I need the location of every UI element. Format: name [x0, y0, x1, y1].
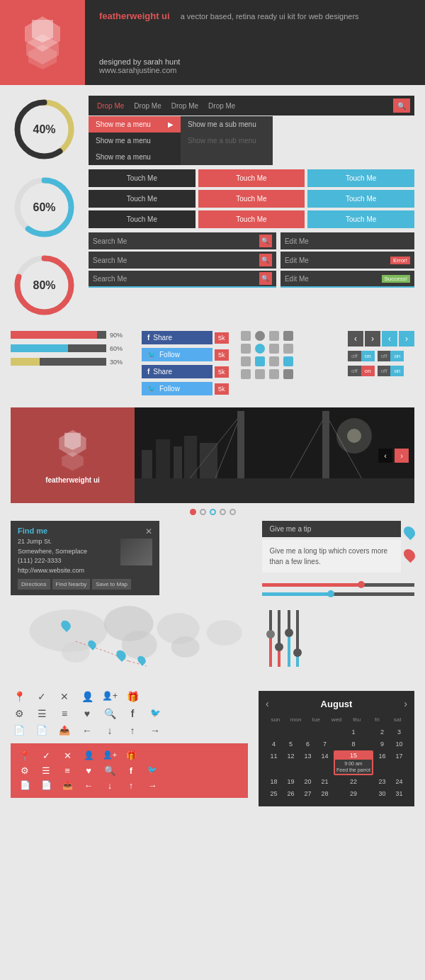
cal-day-24[interactable]: 24	[391, 776, 407, 787]
toggle-1[interactable]: off on	[378, 351, 404, 361]
cal-day-4[interactable]: 4	[266, 738, 282, 750]
nav-item-3[interactable]: Drop Me	[204, 101, 239, 111]
nav-search-btn[interactable]: 🔍	[393, 98, 410, 113]
arrow-left-icon: ←	[79, 725, 96, 736]
toggle-3[interactable]: off on	[378, 366, 404, 376]
fb-share-btn-1[interactable]: fShare	[142, 365, 212, 378]
slider-next-btn[interactable]: ›	[395, 449, 409, 463]
btn-blue-0[interactable]: Touch Me	[307, 169, 414, 187]
vertical-sliders	[262, 607, 414, 667]
cal-next-btn[interactable]: ›	[404, 698, 407, 709]
dropdown-item-0[interactable]: Show me a menu▶	[89, 116, 181, 133]
cal-day-9[interactable]: 9	[374, 738, 390, 750]
cal-day-14[interactable]: 14	[317, 750, 333, 775]
toggle-0[interactable]: off on	[348, 351, 375, 361]
cal-day-19[interactable]: 19	[283, 776, 299, 787]
slider-title: featherweight ui	[45, 476, 100, 484]
progress-row-2: 30%	[11, 358, 138, 366]
search-btn-1[interactable]: 🔍	[259, 254, 272, 266]
map-nearby-btn[interactable]: Find Nearby	[52, 579, 91, 590]
nav-item-2[interactable]: Drop Me	[167, 101, 203, 111]
search-input-text-1: Search Me	[93, 257, 256, 264]
cal-day-21[interactable]: 21	[317, 776, 333, 787]
cal-day-22[interactable]: 22	[334, 776, 373, 787]
gear-icon: ⚙	[11, 708, 28, 719]
nav-item-1[interactable]: Drop Me	[130, 101, 165, 111]
search-icon: 🔍	[101, 708, 118, 719]
map-close-btn[interactable]: ✕	[145, 526, 152, 536]
cal-day-31[interactable]: 31	[391, 788, 407, 799]
dot-1[interactable]	[200, 509, 206, 515]
cal-day-29[interactable]: 29	[334, 788, 373, 799]
twitter-icon: 🐦	[147, 708, 164, 719]
cal-day-6[interactable]: 6	[300, 738, 316, 750]
dot-0[interactable]	[190, 509, 196, 515]
icon-dark-list: ☰	[38, 765, 55, 776]
cal-day-26[interactable]: 26	[283, 788, 299, 799]
cal-day-2[interactable]: 2	[374, 726, 390, 738]
dropdown-item-2[interactable]: Show me a menu	[89, 149, 181, 165]
nav-item-0[interactable]: Drop Me	[93, 101, 128, 111]
cal-day-16[interactable]: 16	[374, 750, 390, 775]
icon-dark-doc2: 📤	[59, 780, 76, 791]
cal-day-18[interactable]: 18	[266, 776, 282, 787]
tw-follow-btn-0[interactable]: 🐦Follow	[142, 348, 212, 361]
chart-60-label: 60%	[33, 201, 55, 214]
search-btn-0[interactable]: 🔍	[259, 235, 272, 247]
cal-day-7[interactable]: 7	[317, 738, 333, 750]
cal-day-20[interactable]: 20	[300, 776, 316, 787]
btn-blue-1[interactable]: Touch Me	[307, 190, 414, 208]
chart-40-label: 40%	[33, 123, 55, 136]
cal-day-8[interactable]: 8	[334, 738, 373, 750]
progress-row-1: 60%	[11, 344, 138, 352]
icon-dark-heart: ♥	[80, 765, 97, 776]
btn-dark-0[interactable]: Touch Me	[89, 169, 196, 187]
header-designer: designed by sarah hunt	[99, 57, 359, 66]
search-input-text-0: Search Me	[93, 237, 256, 245]
sub-item-0[interactable]: Show me a sub menu	[181, 116, 273, 133]
doc-icon-1: 📄	[33, 725, 50, 736]
cal-day-13[interactable]: 13	[300, 750, 316, 775]
cal-day-1[interactable]: 1	[334, 726, 373, 738]
icon-cell-14	[269, 369, 279, 379]
cal-day-10[interactable]: 10	[391, 738, 407, 750]
dropdown-item-1[interactable]: Show me a menu	[89, 133, 181, 149]
map-directions-btn[interactable]: Directions	[18, 579, 50, 590]
map-save-btn[interactable]: Save to Map	[92, 579, 131, 590]
btn-dark-1[interactable]: Touch Me	[89, 190, 196, 208]
cal-day-23[interactable]: 23	[374, 776, 390, 787]
btn-blue-2[interactable]: Touch Me	[307, 210, 414, 228]
dot-2[interactable]	[210, 509, 216, 515]
cal-day-30[interactable]: 30	[374, 788, 390, 799]
fb-share-btn[interactable]: fShare	[142, 331, 212, 344]
cal-day-17[interactable]: 17	[391, 750, 407, 775]
cal-day-15-today[interactable]: 15 9:00 amFeed the parrot	[334, 750, 373, 775]
tw-follow-btn-1[interactable]: 🐦Follow	[142, 382, 212, 395]
slider-prev-btn[interactable]: ‹	[378, 449, 392, 463]
toggle-2[interactable]: off on	[348, 366, 375, 376]
btn-dark-2[interactable]: Touch Me	[89, 210, 196, 228]
cal-day-3[interactable]: 3	[391, 726, 407, 738]
pg-next-btn-1[interactable]: ›	[399, 331, 414, 347]
btn-red-1[interactable]: Touch Me	[198, 190, 305, 208]
btn-red-0[interactable]: Touch Me	[198, 169, 305, 187]
svg-rect-28	[135, 478, 414, 503]
pg-next-btn-0[interactable]: ›	[365, 331, 380, 347]
pg-prev-btn-1[interactable]: ‹	[382, 331, 397, 347]
cal-day-28[interactable]: 28	[317, 788, 333, 799]
btn-red-2[interactable]: Touch Me	[198, 210, 305, 228]
edit-input-text-0: Edit Me	[285, 237, 309, 245]
cal-day-27[interactable]: 27	[300, 788, 316, 799]
cal-prev-btn[interactable]: ‹	[266, 698, 269, 709]
icon-cell-15	[283, 369, 293, 379]
map-left-section: Find me 21 Jump St.Somewhere, Someplace(…	[11, 521, 254, 680]
cal-day-11[interactable]: 11	[266, 750, 282, 775]
cal-day-5[interactable]: 5	[283, 738, 299, 750]
dot-4[interactable]	[230, 509, 236, 515]
sub-item-1[interactable]: Show me a sub menu	[181, 133, 273, 149]
search-btn-2[interactable]: 🔍	[259, 272, 272, 285]
cal-day-25[interactable]: 25	[266, 788, 282, 799]
pg-prev-btn-0[interactable]: ‹	[348, 331, 363, 347]
cal-day-12[interactable]: 12	[283, 750, 299, 775]
dot-3[interactable]	[220, 509, 226, 515]
